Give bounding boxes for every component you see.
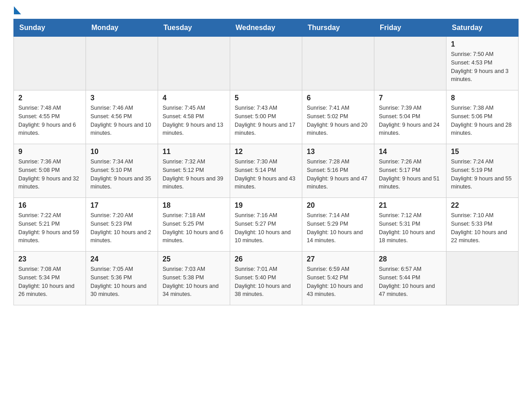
day-info: Sunrise: 7:26 AM Sunset: 5:17 PM Dayligh…: [379, 158, 442, 191]
calendar-cell: 21Sunrise: 7:12 AM Sunset: 5:31 PM Dayli…: [374, 198, 446, 252]
day-number: 15: [451, 148, 514, 156]
day-number: 24: [90, 255, 153, 263]
calendar-cell: 16Sunrise: 7:22 AM Sunset: 5:21 PM Dayli…: [14, 198, 86, 252]
day-number: 7: [379, 94, 442, 102]
day-number: 3: [90, 94, 153, 102]
calendar-cell: 23Sunrise: 7:08 AM Sunset: 5:34 PM Dayli…: [14, 252, 86, 305]
day-info: Sunrise: 7:14 AM Sunset: 5:29 PM Dayligh…: [307, 211, 369, 245]
day-number: 8: [451, 94, 514, 102]
calendar-cell: 10Sunrise: 7:34 AM Sunset: 5:10 PM Dayli…: [86, 144, 158, 198]
calendar-cell: 15Sunrise: 7:24 AM Sunset: 5:19 PM Dayli…: [446, 144, 519, 198]
calendar-cell: 9Sunrise: 7:36 AM Sunset: 5:08 PM Daylig…: [14, 144, 86, 198]
calendar-cell: 28Sunrise: 6:57 AM Sunset: 5:44 PM Dayli…: [374, 252, 446, 305]
day-info: Sunrise: 7:34 AM Sunset: 5:10 PM Dayligh…: [90, 158, 153, 191]
day-info: Sunrise: 7:50 AM Sunset: 4:53 PM Dayligh…: [451, 50, 514, 84]
day-number: 10: [90, 148, 153, 156]
day-info: Sunrise: 6:59 AM Sunset: 5:42 PM Dayligh…: [307, 265, 369, 299]
calendar-cell: [86, 37, 158, 90]
calendar-cell: 13Sunrise: 7:28 AM Sunset: 5:16 PM Dayli…: [302, 144, 374, 198]
day-number: 23: [18, 255, 81, 263]
day-header-monday: Monday: [86, 19, 158, 37]
day-header-saturday: Saturday: [446, 19, 519, 37]
calendar-cell: 17Sunrise: 7:20 AM Sunset: 5:23 PM Dayli…: [86, 198, 158, 252]
calendar-cell: [446, 252, 519, 305]
day-number: 22: [451, 201, 514, 210]
calendar-cell: 2Sunrise: 7:48 AM Sunset: 4:55 PM Daylig…: [14, 90, 86, 144]
day-info: Sunrise: 7:12 AM Sunset: 5:31 PM Dayligh…: [379, 211, 442, 245]
calendar-cell: 18Sunrise: 7:18 AM Sunset: 5:25 PM Dayli…: [158, 198, 230, 252]
calendar-week-row: 23Sunrise: 7:08 AM Sunset: 5:34 PM Dayli…: [14, 252, 519, 305]
day-info: Sunrise: 7:16 AM Sunset: 5:27 PM Dayligh…: [235, 211, 297, 245]
day-info: Sunrise: 7:32 AM Sunset: 5:12 PM Dayligh…: [163, 158, 225, 191]
day-info: Sunrise: 7:43 AM Sunset: 5:00 PM Dayligh…: [235, 104, 297, 137]
day-number: 11: [163, 148, 225, 156]
day-header-tuesday: Tuesday: [158, 19, 230, 37]
day-info: Sunrise: 7:08 AM Sunset: 5:34 PM Dayligh…: [18, 265, 81, 299]
calendar-header-row: SundayMondayTuesdayWednesdayThursdayFrid…: [14, 19, 519, 37]
day-number: 25: [163, 255, 225, 263]
day-number: 2: [18, 94, 81, 102]
day-info: Sunrise: 7:41 AM Sunset: 5:02 PM Dayligh…: [307, 104, 369, 137]
calendar-cell: 5Sunrise: 7:43 AM Sunset: 5:00 PM Daylig…: [230, 90, 302, 144]
calendar-cell: 1Sunrise: 7:50 AM Sunset: 4:53 PM Daylig…: [446, 37, 519, 90]
day-info: Sunrise: 7:39 AM Sunset: 5:04 PM Dayligh…: [379, 104, 442, 137]
day-header-wednesday: Wednesday: [230, 19, 302, 37]
day-header-sunday: Sunday: [14, 19, 86, 37]
day-info: Sunrise: 7:22 AM Sunset: 5:21 PM Dayligh…: [18, 211, 81, 245]
calendar-cell: 6Sunrise: 7:41 AM Sunset: 5:02 PM Daylig…: [302, 90, 374, 144]
page-header: [13, 9, 519, 14]
day-info: Sunrise: 7:20 AM Sunset: 5:23 PM Dayligh…: [90, 211, 153, 245]
calendar-cell: 27Sunrise: 6:59 AM Sunset: 5:42 PM Dayli…: [302, 252, 374, 305]
day-number: 21: [379, 201, 442, 210]
day-number: 26: [235, 255, 297, 263]
calendar-cell: 8Sunrise: 7:38 AM Sunset: 5:06 PM Daylig…: [446, 90, 519, 144]
calendar-cell: 14Sunrise: 7:26 AM Sunset: 5:17 PM Dayli…: [374, 144, 446, 198]
day-number: 6: [307, 94, 369, 102]
calendar-table: SundayMondayTuesdayWednesdayThursdayFrid…: [13, 19, 519, 305]
day-info: Sunrise: 7:01 AM Sunset: 5:40 PM Dayligh…: [235, 265, 297, 299]
day-number: 19: [235, 201, 297, 210]
calendar-cell: 22Sunrise: 7:10 AM Sunset: 5:33 PM Dayli…: [446, 198, 519, 252]
day-number: 13: [307, 148, 369, 156]
day-header-thursday: Thursday: [302, 19, 374, 37]
logo-arrow-icon: [14, 6, 21, 14]
calendar-cell: 11Sunrise: 7:32 AM Sunset: 5:12 PM Dayli…: [158, 144, 230, 198]
calendar-cell: [374, 37, 446, 90]
day-info: Sunrise: 7:03 AM Sunset: 5:38 PM Dayligh…: [163, 265, 225, 299]
calendar-cell: 25Sunrise: 7:03 AM Sunset: 5:38 PM Dayli…: [158, 252, 230, 305]
day-info: Sunrise: 6:57 AM Sunset: 5:44 PM Dayligh…: [379, 265, 442, 299]
calendar-week-row: 16Sunrise: 7:22 AM Sunset: 5:21 PM Dayli…: [14, 198, 519, 252]
day-info: Sunrise: 7:30 AM Sunset: 5:14 PM Dayligh…: [235, 158, 297, 191]
day-number: 12: [235, 148, 297, 156]
calendar-cell: [230, 37, 302, 90]
day-info: Sunrise: 7:46 AM Sunset: 4:56 PM Dayligh…: [90, 104, 153, 137]
calendar-cell: [302, 37, 374, 90]
logo: [13, 9, 21, 14]
day-number: 28: [379, 255, 442, 263]
day-number: 4: [163, 94, 225, 102]
day-info: Sunrise: 7:10 AM Sunset: 5:33 PM Dayligh…: [451, 211, 514, 245]
day-number: 9: [18, 148, 81, 156]
day-number: 20: [307, 201, 369, 210]
calendar-cell: 20Sunrise: 7:14 AM Sunset: 5:29 PM Dayli…: [302, 198, 374, 252]
day-number: 5: [235, 94, 297, 102]
day-info: Sunrise: 7:28 AM Sunset: 5:16 PM Dayligh…: [307, 158, 369, 191]
calendar-cell: 3Sunrise: 7:46 AM Sunset: 4:56 PM Daylig…: [86, 90, 158, 144]
day-info: Sunrise: 7:36 AM Sunset: 5:08 PM Dayligh…: [18, 158, 81, 191]
calendar-cell: [14, 37, 86, 90]
day-number: 16: [18, 201, 81, 210]
day-info: Sunrise: 7:18 AM Sunset: 5:25 PM Dayligh…: [163, 211, 225, 245]
calendar-week-row: 9Sunrise: 7:36 AM Sunset: 5:08 PM Daylig…: [14, 144, 519, 198]
day-info: Sunrise: 7:05 AM Sunset: 5:36 PM Dayligh…: [90, 265, 153, 299]
day-number: 1: [451, 40, 514, 48]
calendar-cell: 24Sunrise: 7:05 AM Sunset: 5:36 PM Dayli…: [86, 252, 158, 305]
calendar-cell: 12Sunrise: 7:30 AM Sunset: 5:14 PM Dayli…: [230, 144, 302, 198]
day-info: Sunrise: 7:48 AM Sunset: 4:55 PM Dayligh…: [18, 104, 81, 137]
calendar-cell: 4Sunrise: 7:45 AM Sunset: 4:58 PM Daylig…: [158, 90, 230, 144]
calendar-cell: 19Sunrise: 7:16 AM Sunset: 5:27 PM Dayli…: [230, 198, 302, 252]
day-info: Sunrise: 7:45 AM Sunset: 4:58 PM Dayligh…: [163, 104, 225, 137]
calendar-cell: 26Sunrise: 7:01 AM Sunset: 5:40 PM Dayli…: [230, 252, 302, 305]
calendar-cell: [158, 37, 230, 90]
day-header-friday: Friday: [374, 19, 446, 37]
day-number: 18: [163, 201, 225, 210]
